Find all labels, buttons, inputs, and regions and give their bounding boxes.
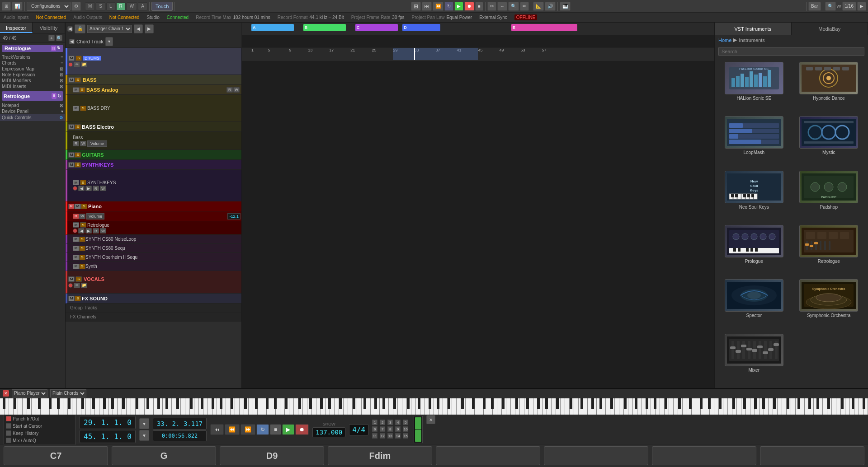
- synth-btn5[interactable]: W: [100, 186, 106, 191]
- vocals-edit[interactable]: ✏: [74, 283, 80, 288]
- marker-5[interactable]: 5: [403, 420, 408, 425]
- size-s-btn[interactable]: S: [96, 2, 105, 10]
- record-btn[interactable]: ⏺: [464, 2, 474, 11]
- piano-keyboard[interactable]: C0 C1 C2 C3 C4 C5 C6: [0, 398, 868, 415]
- clip-e[interactable]: E: [511, 24, 577, 31]
- vocals-folder[interactable]: 📁: [81, 283, 87, 288]
- snap-select[interactable]: 1/16: [842, 2, 856, 11]
- marker-3[interactable]: 3: [387, 420, 393, 425]
- size-a-btn[interactable]: A: [138, 2, 147, 10]
- mediabay-tab[interactable]: MediaBay: [792, 23, 868, 35]
- chords-item[interactable]: Chords ≡: [0, 60, 65, 66]
- piano-vol-r[interactable]: R: [73, 214, 79, 219]
- chord-btn-2[interactable]: G: [112, 446, 216, 465]
- marker-1[interactable]: 1: [372, 420, 377, 425]
- chord-collapse[interactable]: ◀: [69, 39, 75, 44]
- arranger-collapse[interactable]: ◀: [67, 26, 73, 32]
- position-arrow-down[interactable]: ▼: [139, 418, 149, 429]
- guitars-solo[interactable]: S: [75, 152, 81, 158]
- retrologue-plugin-btn[interactable]: Retrologue II ↻: [2, 45, 63, 52]
- vst-symphonic-item[interactable]: Symphonic Orchestra Symphonic Orchestra: [793, 279, 865, 330]
- retro-btn2[interactable]: ◀: [78, 228, 85, 234]
- chord-btn-7[interactable]: [652, 446, 756, 465]
- synth-mute[interactable]: M: [73, 180, 79, 185]
- midi-inserts-item[interactable]: MIDI Inserts ⊠: [0, 84, 65, 89]
- active-plugin-power[interactable]: II: [52, 93, 57, 99]
- size-w-btn[interactable]: W: [127, 2, 137, 10]
- marker-14[interactable]: 14: [395, 433, 401, 439]
- end-position-display[interactable]: 33. 2. 3.117: [153, 418, 207, 430]
- expression-map-item[interactable]: Expression Map ⊠: [0, 66, 65, 72]
- synth-btn3[interactable]: ▶: [85, 186, 92, 191]
- track-versions-item[interactable]: TrackVersions ≡: [0, 54, 65, 60]
- arranger-chain-select[interactable]: Arranger Chain 1: [87, 25, 132, 33]
- not-connected-1[interactable]: Not Connected: [36, 15, 66, 20]
- piano-mute[interactable]: M: [75, 204, 81, 209]
- punch-inout-check[interactable]: [6, 416, 11, 421]
- plugin-power[interactable]: II: [51, 46, 56, 51]
- right-btn[interactable]: ▶: [857, 2, 866, 11]
- rewind-btn[interactable]: ⏪: [225, 424, 240, 435]
- stop-btn[interactable]: ■: [270, 424, 281, 435]
- loop-arrow-down[interactable]: ▼: [139, 430, 149, 441]
- clip-b[interactable]: B: [303, 24, 346, 31]
- cycle-btn[interactable]: ↻: [256, 424, 269, 435]
- size-m-btn[interactable]: M: [85, 2, 95, 10]
- marker-4[interactable]: 4: [395, 420, 401, 425]
- touch-display[interactable]: Touch: [151, 2, 173, 11]
- chord-btn-6[interactable]: [544, 446, 648, 465]
- note-expression-item[interactable]: Note Expression ⊠: [0, 72, 65, 78]
- search-input[interactable]: [718, 47, 864, 56]
- config-btn[interactable]: ⚙: [71, 2, 81, 11]
- time-display[interactable]: 0:00:56.822: [153, 430, 207, 441]
- chord-btn-3[interactable]: D9: [220, 446, 324, 465]
- arranger-btn2[interactable]: ▶: [145, 24, 154, 33]
- marker-11[interactable]: 11: [372, 433, 377, 439]
- time-sig-display[interactable]: 4/4: [349, 424, 368, 435]
- bass-electro-mute[interactable]: M: [68, 124, 75, 130]
- tool-piano[interactable]: 🎹: [560, 2, 571, 11]
- chord-btn-1[interactable]: C7: [4, 446, 108, 465]
- play-btn[interactable]: ▶: [282, 424, 294, 435]
- chord-btn-8[interactable]: [760, 446, 864, 465]
- bass-dry-mute[interactable]: M: [73, 106, 79, 111]
- piano-mode-select[interactable]: Plain Chords: [50, 389, 86, 397]
- offline-item[interactable]: OFFLINE: [514, 14, 537, 20]
- add-track-btn[interactable]: +: [48, 35, 55, 41]
- tempo-display[interactable]: 137.000: [312, 427, 345, 437]
- meter-btn[interactable]: 📊: [12, 2, 23, 11]
- cs80n-mute[interactable]: M: [73, 237, 79, 242]
- bass-dry-solo[interactable]: S: [80, 106, 86, 111]
- drums-name-btn[interactable]: DRUMS: [83, 56, 101, 61]
- search-btn[interactable]: 🔍: [825, 2, 836, 11]
- piano-r[interactable]: R: [68, 204, 75, 209]
- drums-rec[interactable]: [68, 62, 73, 67]
- chord-track-btn[interactable]: ▾: [105, 37, 113, 46]
- marker-2[interactable]: 2: [380, 420, 385, 425]
- audio-outputs-item[interactable]: Audio Outputs: [73, 15, 102, 20]
- position-display[interactable]: 29. 1. 1. 0: [80, 416, 136, 429]
- vst-spector-item[interactable]: Spector: [718, 279, 790, 330]
- vst-mixer-item[interactable]: Mixer: [718, 334, 790, 384]
- loop-start-display[interactable]: 45. 1. 1. 0: [80, 430, 136, 443]
- arranger-lock[interactable]: 🔒: [75, 24, 85, 33]
- record-btn[interactable]: ⏺: [295, 424, 309, 435]
- tool-5[interactable]: 📐: [533, 2, 544, 11]
- quick-controls-icon[interactable]: ⚙: [59, 115, 63, 120]
- piano-player-select[interactable]: Piano Player: [12, 389, 47, 397]
- snap-btn[interactable]: ⊞: [411, 2, 421, 11]
- goto-start-btn[interactable]: ⏮: [210, 424, 224, 435]
- retro-mute[interactable]: M: [73, 222, 79, 228]
- marker-8[interactable]: 8: [387, 426, 393, 432]
- external-sync-item[interactable]: External Sync: [479, 15, 507, 20]
- drums-folder[interactable]: 📁: [81, 62, 87, 67]
- search-track-btn[interactable]: 🔍: [56, 35, 62, 41]
- device-panel-item[interactable]: Device Panel ▾: [0, 108, 65, 114]
- visibility-tab[interactable]: Visibility: [33, 23, 65, 33]
- active-plugin-refresh[interactable]: ↻: [57, 93, 61, 99]
- bar-select[interactable]: Bar: [808, 2, 821, 11]
- drums-edit[interactable]: ✏: [74, 62, 80, 67]
- studio-item[interactable]: Studio: [146, 15, 159, 20]
- vst-neosoul-item[interactable]: New Soul Keys: [718, 171, 790, 221]
- tool-3[interactable]: 🔍: [508, 2, 519, 11]
